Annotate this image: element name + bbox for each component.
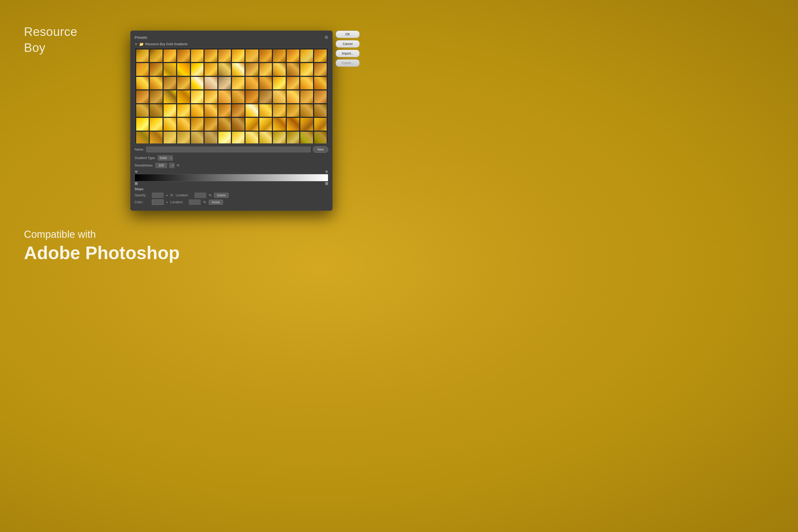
gradient-swatch[interactable] bbox=[286, 77, 300, 90]
gradient-swatch[interactable] bbox=[245, 118, 258, 131]
gradient-swatch[interactable] bbox=[204, 104, 217, 117]
gradient-swatch[interactable] bbox=[314, 63, 327, 76]
gradient-grid-wrapper[interactable] bbox=[135, 48, 328, 144]
gradient-swatch[interactable] bbox=[314, 90, 327, 103]
gradient-swatch[interactable] bbox=[300, 77, 313, 90]
gradient-swatch[interactable] bbox=[191, 90, 204, 103]
gradient-swatch[interactable] bbox=[218, 77, 231, 90]
opacity-location-input[interactable] bbox=[194, 193, 206, 198]
gradient-swatch[interactable] bbox=[177, 49, 190, 62]
gradient-swatch[interactable] bbox=[232, 118, 245, 131]
opacity-stop-left[interactable] bbox=[135, 171, 138, 173]
gradient-swatch[interactable] bbox=[204, 77, 217, 90]
gradient-swatch[interactable] bbox=[177, 90, 190, 103]
gradient-swatch[interactable] bbox=[314, 77, 327, 90]
gradient-swatch[interactable] bbox=[273, 90, 286, 103]
gradient-swatch[interactable] bbox=[300, 63, 313, 76]
gradient-swatch[interactable] bbox=[300, 118, 313, 131]
gradient-swatch[interactable] bbox=[177, 104, 190, 117]
gradient-swatch[interactable] bbox=[204, 118, 217, 131]
opacity-delete-button[interactable]: Delete bbox=[214, 193, 228, 198]
ok-button[interactable]: OK bbox=[336, 31, 360, 38]
gradient-swatch[interactable] bbox=[163, 63, 176, 76]
gradient-swatch[interactable] bbox=[314, 104, 327, 117]
gradient-swatch[interactable] bbox=[286, 131, 300, 144]
opacity-stepper-icon[interactable]: ▾ bbox=[166, 194, 168, 197]
gradient-swatch[interactable] bbox=[232, 131, 245, 144]
name-input[interactable] bbox=[146, 147, 311, 152]
gradient-swatch[interactable] bbox=[191, 63, 204, 76]
gradient-swatch[interactable] bbox=[273, 77, 286, 90]
gradient-swatch[interactable] bbox=[163, 90, 176, 103]
gradient-swatch[interactable] bbox=[150, 49, 163, 62]
gradient-swatch[interactable] bbox=[136, 104, 149, 117]
color-location-input[interactable] bbox=[189, 200, 201, 205]
gradient-swatch[interactable] bbox=[177, 63, 190, 76]
gradient-swatch[interactable] bbox=[259, 131, 272, 144]
gear-icon[interactable]: ⚙ bbox=[324, 35, 328, 40]
gradient-swatch[interactable] bbox=[245, 49, 258, 62]
gradient-swatch[interactable] bbox=[232, 77, 245, 90]
gradient-swatch[interactable] bbox=[163, 77, 176, 90]
gradient-swatch[interactable] bbox=[218, 90, 231, 103]
gradient-swatch[interactable] bbox=[150, 77, 163, 90]
gradient-swatch[interactable] bbox=[314, 118, 327, 131]
gradient-swatch[interactable] bbox=[259, 49, 272, 62]
gradient-swatch[interactable] bbox=[191, 104, 204, 117]
gradient-swatch[interactable] bbox=[245, 131, 258, 144]
gradient-swatch[interactable] bbox=[232, 63, 245, 76]
gradient-swatch[interactable] bbox=[136, 131, 149, 144]
gradient-swatch[interactable] bbox=[300, 49, 313, 62]
gradient-swatch[interactable] bbox=[259, 90, 272, 103]
gradient-swatch[interactable] bbox=[273, 49, 286, 62]
gradient-swatch[interactable] bbox=[314, 131, 327, 144]
gradient-swatch[interactable] bbox=[191, 131, 204, 144]
gradient-swatch[interactable] bbox=[273, 104, 286, 117]
gradient-swatch[interactable] bbox=[150, 118, 163, 131]
color-stop-right[interactable] bbox=[325, 182, 328, 185]
gradient-swatch[interactable] bbox=[191, 77, 204, 90]
gradient-swatch[interactable] bbox=[204, 131, 217, 144]
gradient-swatch[interactable] bbox=[286, 63, 300, 76]
gradient-swatch[interactable] bbox=[245, 63, 258, 76]
cancel-button[interactable]: Cancel bbox=[336, 40, 360, 48]
gradient-swatch[interactable] bbox=[232, 49, 245, 62]
gradient-swatch[interactable] bbox=[245, 104, 258, 117]
gradient-swatch[interactable] bbox=[232, 90, 245, 103]
gradient-swatch[interactable] bbox=[218, 131, 231, 144]
gradient-swatch[interactable] bbox=[300, 90, 313, 103]
gradient-swatch[interactable] bbox=[300, 131, 313, 144]
color-stepper-icon[interactable]: ▾ bbox=[166, 201, 168, 204]
gradient-swatch[interactable] bbox=[191, 49, 204, 62]
gradient-swatch[interactable] bbox=[218, 104, 231, 117]
gradient-swatch[interactable] bbox=[136, 49, 149, 62]
smoothness-stepper[interactable] bbox=[169, 163, 174, 168]
gradient-swatch[interactable] bbox=[163, 49, 176, 62]
opacity-stop-right[interactable] bbox=[325, 171, 328, 173]
gradient-swatch[interactable] bbox=[204, 49, 217, 62]
gradient-bar[interactable] bbox=[135, 174, 328, 182]
color-delete-button[interactable]: Delete bbox=[209, 200, 223, 205]
gradient-swatch[interactable] bbox=[136, 63, 149, 76]
gradient-type-select[interactable]: Solid Noise bbox=[158, 155, 173, 161]
gradient-swatch[interactable] bbox=[273, 131, 286, 144]
opacity-value-input[interactable] bbox=[152, 193, 164, 198]
gradient-swatch[interactable] bbox=[163, 118, 176, 131]
gradient-swatch[interactable] bbox=[286, 90, 300, 103]
gradient-swatch[interactable] bbox=[245, 77, 258, 90]
gradient-swatch[interactable] bbox=[259, 63, 272, 76]
gradient-swatch[interactable] bbox=[177, 77, 190, 90]
new-button[interactable]: New bbox=[313, 146, 328, 153]
gradient-swatch[interactable] bbox=[136, 118, 149, 131]
export-button[interactable]: Export... bbox=[336, 59, 360, 67]
gradient-swatch[interactable] bbox=[273, 118, 286, 131]
gradient-swatch[interactable] bbox=[314, 49, 327, 62]
gradient-swatch[interactable] bbox=[204, 63, 217, 76]
gradient-swatch[interactable] bbox=[259, 104, 272, 117]
gradient-swatch[interactable] bbox=[150, 104, 163, 117]
gradient-swatch[interactable] bbox=[286, 104, 300, 117]
gradient-swatch[interactable] bbox=[163, 131, 176, 144]
gradient-swatch[interactable] bbox=[136, 77, 149, 90]
gradient-swatch[interactable] bbox=[177, 131, 190, 144]
color-stop-left[interactable] bbox=[135, 182, 138, 185]
